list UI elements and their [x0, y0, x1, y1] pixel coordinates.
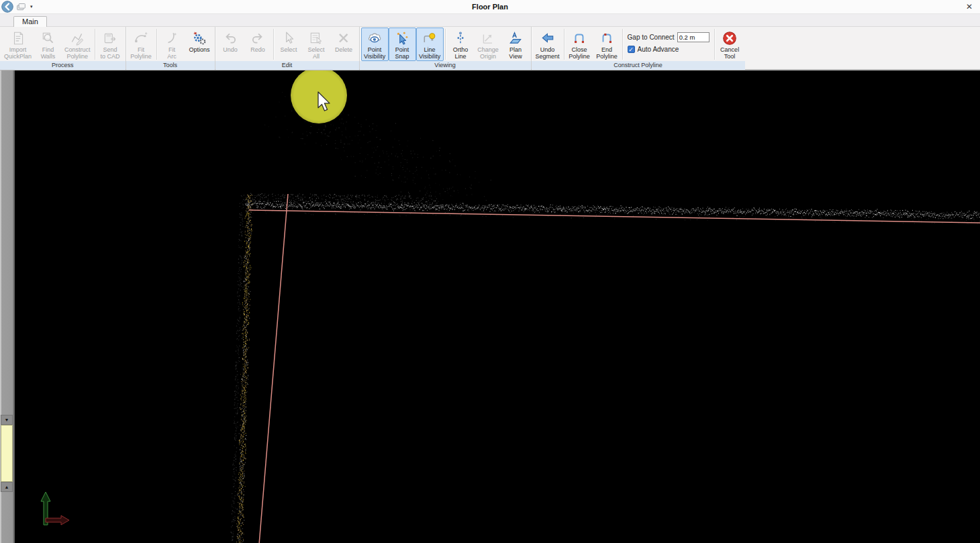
quick-access-dropdown-icon[interactable]: ▾: [29, 3, 34, 10]
line-visibility-button[interactable]: Line Visibility: [416, 28, 444, 61]
button-label: Undo Segment: [536, 46, 560, 60]
import-quickplan-button: Import QuickPlan: [1, 28, 34, 61]
window-stack-icon: [16, 2, 26, 12]
find-walls-icon: [41, 30, 56, 46]
fit-polyline-icon: [134, 30, 148, 46]
undo-segment-icon: [540, 30, 555, 46]
construct-options-panel: Gap to Connect✓Auto Advance: [624, 28, 713, 61]
button-label: Import QuickPlan: [4, 46, 32, 60]
ribbon: Import QuickPlanFind WallsConstruct Poly…: [0, 27, 980, 70]
fit-polyline-button: Fit Polyline: [128, 28, 155, 61]
find-walls-button: Find Walls: [34, 28, 62, 61]
ribbon-group-tools: Fit PolylineFit ArcOptionsTools: [126, 27, 215, 69]
point-visibility-icon: [367, 30, 382, 46]
divider: [564, 29, 565, 60]
button-label: Point Snap: [395, 46, 409, 60]
undo-button: Undo: [217, 28, 244, 61]
gap-to-connect-label: Gap to Connect: [628, 34, 675, 41]
button-label: Ortho Line: [453, 46, 469, 60]
back-button[interactable]: [1, 1, 13, 13]
plan-view-button[interactable]: Plan View: [502, 28, 530, 61]
workspace: ▼ ▲: [0, 70, 980, 543]
ribbon-group-construct-polyline: Undo SegmentClose PolylineEnd PolylineGa…: [532, 27, 745, 69]
gap-to-connect-input[interactable]: [677, 32, 709, 42]
button-label: Redo: [250, 46, 265, 53]
button-label: Cancel Tool: [720, 46, 739, 60]
mouse-cursor-icon: [315, 91, 334, 113]
elevation-slider-thumb[interactable]: [1, 425, 13, 482]
button-label: End Polyline: [596, 46, 618, 60]
group-caption: Process: [0, 61, 126, 70]
back-arrow-icon: [1, 1, 13, 13]
group-caption: Edit: [215, 61, 359, 70]
import-quickplan-icon: [11, 30, 26, 46]
button-label: Delete: [335, 46, 352, 53]
scroll-up-button[interactable]: ▲: [1, 482, 13, 492]
group-caption: Tools: [126, 61, 215, 70]
cancel-tool-button[interactable]: Cancel Tool: [716, 28, 744, 61]
change-origin-button: Change Origin: [475, 28, 502, 61]
undo-segment-button[interactable]: Undo Segment: [533, 28, 562, 61]
point-cloud-canvas[interactable]: [15, 70, 980, 543]
button-label: Send to CAD: [101, 46, 120, 60]
end-polyline-button[interactable]: End Polyline: [593, 28, 621, 61]
ribbon-group-viewing: Point VisibilityPoint SnapLine Visibilit…: [360, 27, 531, 69]
close-polyline-button[interactable]: Close Polyline: [566, 28, 593, 61]
button-label: Undo: [223, 46, 238, 53]
divider: [95, 29, 95, 60]
auto-advance-checkbox[interactable]: ✓: [628, 46, 635, 53]
select-icon: [281, 30, 296, 46]
window-title: Floor Plan: [0, 3, 980, 11]
divider: [273, 29, 274, 60]
cancel-tool-icon: [722, 30, 737, 46]
construct-polyline-button: Construct Polyline: [62, 28, 93, 61]
change-origin-icon: [481, 30, 495, 46]
point-visibility-button[interactable]: Point Visibility: [361, 28, 389, 61]
group-caption: Construct Polyline: [532, 61, 745, 70]
quick-access-toolbar: ▾: [0, 1, 34, 13]
close-polyline-icon: [572, 30, 587, 46]
button-label: Point Visibility: [364, 46, 385, 60]
redo-icon: [250, 30, 265, 46]
scroll-down-button[interactable]: ▼: [1, 415, 13, 425]
tab-main[interactable]: Main: [13, 16, 47, 27]
plan-view-icon: [508, 30, 523, 46]
button-label: Find Walls: [41, 46, 56, 60]
undo-icon: [223, 30, 238, 46]
button-label: Select All: [308, 46, 325, 60]
viewport[interactable]: [15, 70, 980, 543]
ribbon-group-process: Import QuickPlanFind WallsConstruct Poly…: [0, 27, 126, 69]
auto-advance-label: Auto Advance: [638, 46, 679, 53]
ribbon-tab-strip: Main: [0, 14, 980, 27]
point-snap-icon: [395, 30, 409, 46]
axis-indicator-icon: [32, 487, 72, 531]
end-polyline-icon: [599, 30, 614, 46]
floor-plan-window: ▾ Floor Plan ✕ Main Import QuickPlanFind…: [0, 0, 980, 543]
send-to-cad-icon: [103, 30, 117, 46]
fit-arc-button: Fit Arc: [158, 28, 186, 61]
select-button: Select: [275, 28, 303, 61]
button-label: Construct Polyline: [64, 46, 91, 60]
divider: [445, 29, 446, 60]
divider: [714, 29, 715, 60]
construct-polyline-icon: [70, 30, 85, 46]
button-label: Select: [281, 46, 297, 53]
options-icon: [192, 30, 207, 46]
close-button[interactable]: ✕: [959, 2, 980, 11]
app-icon: [16, 2, 26, 12]
line-visibility-icon: [422, 30, 437, 46]
elevation-scrollbar[interactable]: ▼ ▲: [0, 70, 15, 543]
send-to-cad-button: Send to CAD: [97, 28, 124, 61]
scroll-up-icon: ▲: [5, 485, 9, 489]
scroll-down-icon: ▼: [5, 417, 9, 422]
ortho-line-icon: [453, 30, 468, 46]
options-button[interactable]: Options: [186, 28, 213, 61]
button-label: Fit Arc: [167, 46, 177, 60]
ortho-line-button[interactable]: Ortho Line: [447, 28, 475, 61]
ribbon-group-edit: UndoRedoSelectSelect AllDeleteEdit: [215, 27, 359, 69]
button-label: Plan View: [509, 46, 522, 60]
divider: [156, 29, 157, 60]
fit-arc-icon: [164, 30, 179, 46]
point-snap-button[interactable]: Point Snap: [389, 28, 416, 61]
button-label: Options: [189, 46, 210, 53]
